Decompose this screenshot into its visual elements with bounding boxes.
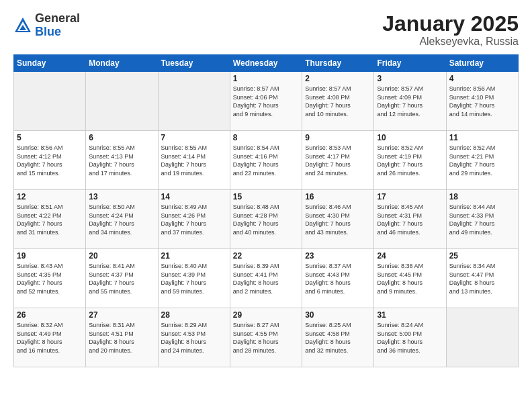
day-info: Sunrise: 8:43 AM Sunset: 4:35 PM Dayligh… [17,262,83,295]
day-info: Sunrise: 8:31 AM Sunset: 4:51 PM Dayligh… [89,321,154,355]
day-number: 23 [305,251,371,261]
day-info: Sunrise: 8:44 AM Sunset: 4:33 PM Dayligh… [449,203,515,236]
day-number: 4 [449,74,515,83]
day-info: Sunrise: 8:24 AM Sunset: 5:00 PM Dayligh… [377,321,443,355]
table-row [86,72,158,131]
day-number: 22 [233,251,299,261]
day-info: Sunrise: 8:56 AM Sunset: 4:10 PM Dayligh… [449,85,515,118]
table-row: 6Sunrise: 8:55 AM Sunset: 4:13 PM Daylig… [86,131,158,190]
day-number: 21 [161,251,227,261]
day-info: Sunrise: 8:29 AM Sunset: 4:53 PM Dayligh… [161,321,227,355]
calendar-header-row: Sunday Monday Tuesday Wednesday Thursday… [14,55,519,72]
day-info: Sunrise: 8:54 AM Sunset: 4:16 PM Dayligh… [233,144,299,177]
calendar-week-row: 19Sunrise: 8:43 AM Sunset: 4:35 PM Dayli… [14,249,519,308]
day-number: 19 [17,251,83,261]
day-info: Sunrise: 8:57 AM Sunset: 4:06 PM Dayligh… [233,85,299,118]
day-number: 7 [161,133,227,142]
table-row: 15Sunrise: 8:48 AM Sunset: 4:28 PM Dayli… [230,190,302,249]
day-info: Sunrise: 8:55 AM Sunset: 4:14 PM Dayligh… [161,144,227,177]
day-number: 12 [17,192,83,201]
day-number: 8 [233,133,299,142]
table-row [158,72,230,131]
day-number: 20 [89,251,154,261]
day-number: 29 [233,310,299,320]
day-number: 10 [377,133,443,142]
day-info: Sunrise: 8:46 AM Sunset: 4:30 PM Dayligh… [305,203,371,236]
day-info: Sunrise: 8:52 AM Sunset: 4:21 PM Dayligh… [449,144,515,177]
day-number: 31 [377,310,443,320]
day-info: Sunrise: 8:40 AM Sunset: 4:39 PM Dayligh… [161,262,227,295]
col-sunday: Sunday [14,55,86,72]
day-info: Sunrise: 8:39 AM Sunset: 4:41 PM Dayligh… [233,262,299,295]
day-info: Sunrise: 8:48 AM Sunset: 4:28 PM Dayligh… [233,203,299,236]
table-row: 17Sunrise: 8:45 AM Sunset: 4:31 PM Dayli… [374,190,446,249]
logo-icon [13,16,32,35]
day-number: 14 [161,192,227,201]
day-number: 11 [449,133,515,142]
month-title: January 2025 [382,12,519,36]
col-monday: Monday [86,55,158,72]
logo-general-text: General [35,12,80,26]
day-info: Sunrise: 8:27 AM Sunset: 4:55 PM Dayligh… [233,321,299,355]
table-row: 27Sunrise: 8:31 AM Sunset: 4:51 PM Dayli… [86,308,158,367]
day-number: 3 [377,74,443,83]
table-row: 11Sunrise: 8:52 AM Sunset: 4:21 PM Dayli… [446,131,518,190]
day-number: 1 [233,74,299,83]
table-row: 12Sunrise: 8:51 AM Sunset: 4:22 PM Dayli… [14,190,86,249]
table-row: 4Sunrise: 8:56 AM Sunset: 4:10 PM Daylig… [446,72,518,131]
calendar-week-row: 1Sunrise: 8:57 AM Sunset: 4:06 PM Daylig… [14,72,519,131]
day-number: 30 [305,310,371,320]
table-row: 25Sunrise: 8:34 AM Sunset: 4:47 PM Dayli… [446,249,518,308]
day-info: Sunrise: 8:36 AM Sunset: 4:45 PM Dayligh… [377,262,443,295]
page: General Blue January 2025 Alekseyevka, R… [0,0,532,411]
table-row: 24Sunrise: 8:36 AM Sunset: 4:45 PM Dayli… [374,249,446,308]
day-info: Sunrise: 8:49 AM Sunset: 4:26 PM Dayligh… [161,203,227,236]
day-info: Sunrise: 8:41 AM Sunset: 4:37 PM Dayligh… [89,262,154,295]
day-info: Sunrise: 8:53 AM Sunset: 4:17 PM Dayligh… [305,144,371,177]
day-number: 24 [377,251,443,261]
table-row: 29Sunrise: 8:27 AM Sunset: 4:55 PM Dayli… [230,308,302,367]
day-number: 6 [89,133,154,142]
day-number: 25 [449,251,515,261]
header: General Blue January 2025 Alekseyevka, R… [13,12,519,48]
col-wednesday: Wednesday [230,55,302,72]
logo-blue-text: Blue [35,26,80,39]
day-info: Sunrise: 8:57 AM Sunset: 4:09 PM Dayligh… [377,85,443,118]
day-info: Sunrise: 8:34 AM Sunset: 4:47 PM Dayligh… [449,262,515,295]
day-info: Sunrise: 8:45 AM Sunset: 4:31 PM Dayligh… [377,203,443,236]
table-row: 16Sunrise: 8:46 AM Sunset: 4:30 PM Dayli… [302,190,374,249]
table-row: 10Sunrise: 8:52 AM Sunset: 4:19 PM Dayli… [374,131,446,190]
col-thursday: Thursday [302,55,374,72]
table-row: 9Sunrise: 8:53 AM Sunset: 4:17 PM Daylig… [302,131,374,190]
table-row: 20Sunrise: 8:41 AM Sunset: 4:37 PM Dayli… [86,249,158,308]
col-tuesday: Tuesday [158,55,230,72]
day-info: Sunrise: 8:50 AM Sunset: 4:24 PM Dayligh… [89,203,154,236]
table-row: 8Sunrise: 8:54 AM Sunset: 4:16 PM Daylig… [230,131,302,190]
day-info: Sunrise: 8:57 AM Sunset: 4:08 PM Dayligh… [305,85,371,118]
col-friday: Friday [374,55,446,72]
logo: General Blue [13,12,80,39]
calendar-week-row: 12Sunrise: 8:51 AM Sunset: 4:22 PM Dayli… [14,190,519,249]
table-row: 31Sunrise: 8:24 AM Sunset: 5:00 PM Dayli… [374,308,446,367]
day-number: 2 [305,74,371,83]
day-info: Sunrise: 8:55 AM Sunset: 4:13 PM Dayligh… [89,144,154,177]
title-block: January 2025 Alekseyevka, Russia [382,12,519,48]
calendar-table: Sunday Monday Tuesday Wednesday Thursday… [13,54,519,367]
day-number: 17 [377,192,443,201]
day-number: 28 [161,310,227,320]
day-number: 27 [89,310,154,320]
table-row: 30Sunrise: 8:25 AM Sunset: 4:58 PM Dayli… [302,308,374,367]
col-saturday: Saturday [446,55,518,72]
day-info: Sunrise: 8:32 AM Sunset: 4:49 PM Dayligh… [17,321,83,355]
calendar-week-row: 26Sunrise: 8:32 AM Sunset: 4:49 PM Dayli… [14,308,519,367]
day-number: 26 [17,310,83,320]
table-row: 13Sunrise: 8:50 AM Sunset: 4:24 PM Dayli… [86,190,158,249]
day-number: 5 [17,133,83,142]
table-row: 23Sunrise: 8:37 AM Sunset: 4:43 PM Dayli… [302,249,374,308]
day-number: 18 [449,192,515,201]
table-row: 7Sunrise: 8:55 AM Sunset: 4:14 PM Daylig… [158,131,230,190]
table-row: 1Sunrise: 8:57 AM Sunset: 4:06 PM Daylig… [230,72,302,131]
logo-text: General Blue [35,12,80,39]
table-row: 28Sunrise: 8:29 AM Sunset: 4:53 PM Dayli… [158,308,230,367]
table-row: 14Sunrise: 8:49 AM Sunset: 4:26 PM Dayli… [158,190,230,249]
